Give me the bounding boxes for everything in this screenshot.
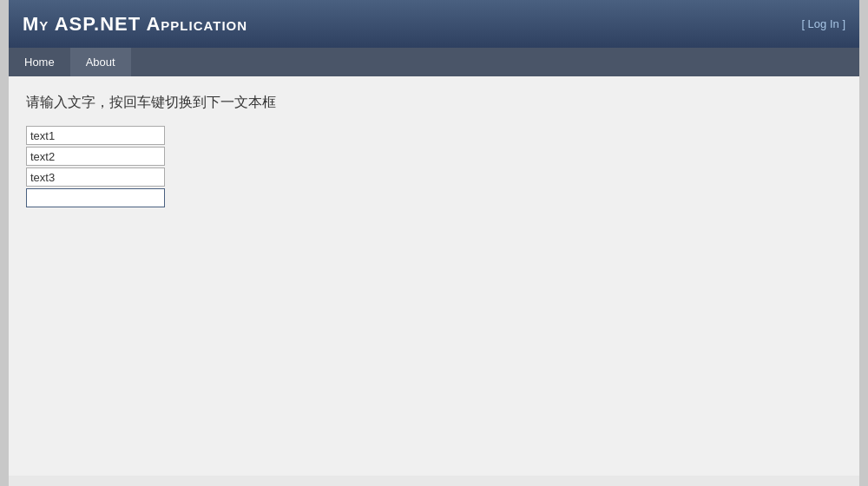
text-input-1[interactable]	[26, 126, 165, 145]
text-input-3[interactable]	[26, 167, 165, 187]
text-inputs-container	[26, 126, 842, 209]
page-instruction: 请输入文字，按回车键切换到下一文本框	[26, 94, 842, 112]
login-link[interactable]: Log In	[808, 17, 839, 30]
main-content: 请输入文字，按回车键切换到下一文本框	[9, 76, 859, 476]
app-wrapper: My ASP.NET Application [ Log In ] Home A…	[9, 0, 859, 486]
text-input-4[interactable]	[26, 188, 165, 207]
app-title: My ASP.NET Application	[23, 13, 247, 36]
nav-item-about[interactable]: About	[70, 48, 131, 76]
navbar: Home About	[9, 48, 859, 76]
nav-item-home[interactable]: Home	[9, 48, 70, 76]
login-link-area[interactable]: [ Log In ]	[801, 17, 845, 30]
text-input-2[interactable]	[26, 147, 165, 166]
app-header: My ASP.NET Application [ Log In ]	[9, 0, 859, 48]
